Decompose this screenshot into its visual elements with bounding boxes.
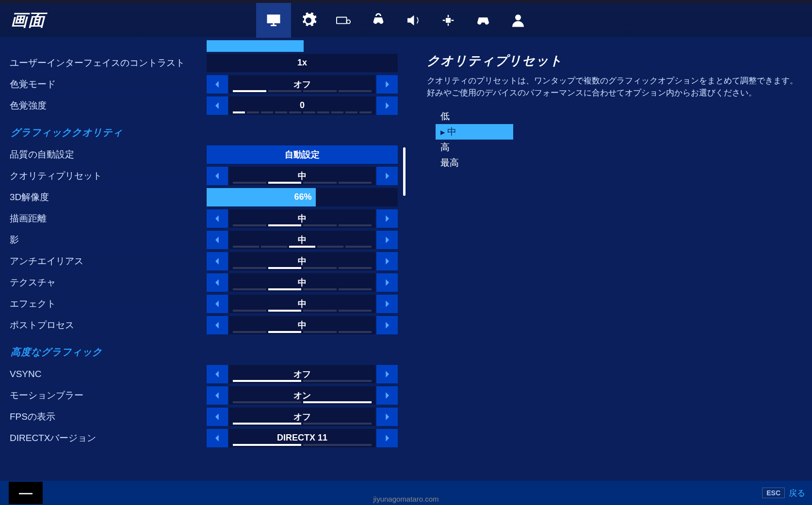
ui-contrast-label: ユーザーインターフェイスのコントラスト [6, 57, 207, 69]
preset-option-epic: 最高 [436, 155, 802, 171]
3d-resolution-slider[interactable]: 66% [207, 188, 398, 206]
info-panel: クオリティプリセット クオリティのプリセットは、ワンタップで複数のグラフィックオ… [407, 38, 812, 481]
preset-option-low: 低 [436, 109, 802, 124]
auto-quality-button[interactable]: 自動設定 [207, 145, 398, 164]
color-intensity-label: 色覚強度 [6, 99, 207, 112]
shadow-label: 影 [6, 234, 207, 246]
postprocess-next[interactable] [376, 316, 398, 334]
preset-option-high: 高 [436, 140, 802, 155]
svg-rect-2 [446, 18, 450, 22]
view-distance-prev[interactable] [207, 209, 228, 228]
scrollbar[interactable] [403, 147, 406, 196]
effect-next[interactable] [376, 295, 398, 313]
effect-value[interactable]: 中 [229, 295, 375, 313]
header: 画面 [0, 3, 812, 38]
view-distance-next[interactable] [376, 209, 398, 228]
watermark: jiyunagomataro.com [373, 495, 438, 503]
svg-point-3 [515, 15, 521, 20]
back-label[interactable]: 戻る [789, 488, 805, 499]
directx-prev[interactable] [207, 429, 228, 447]
tab-accessibility[interactable] [431, 3, 466, 38]
motion-blur-value[interactable]: オン [229, 386, 375, 405]
tab-controller-settings[interactable] [361, 3, 396, 38]
page-title: 画面 [0, 9, 46, 32]
fps-display-label: FPSの表示 [6, 410, 207, 423]
postprocess-value[interactable]: 中 [229, 316, 375, 334]
color-mode-value[interactable]: オフ [229, 75, 375, 94]
info-description: クオリティのプリセットは、ワンタップで複数のグラフィックオプションをまとめて調整… [427, 75, 802, 99]
svg-point-1 [347, 20, 351, 24]
antialias-value[interactable]: 中 [229, 252, 375, 270]
preset-option-medium: 中 [436, 124, 513, 140]
texture-value[interactable]: 中 [229, 273, 375, 292]
tab-game-settings[interactable] [291, 3, 326, 38]
antialias-prev[interactable] [207, 252, 228, 270]
motion-blur-label: モーションブラー [6, 389, 207, 402]
color-mode-prev[interactable] [207, 75, 228, 94]
postprocess-prev[interactable] [207, 316, 228, 334]
info-title: クオリティプリセット [427, 52, 802, 69]
tab-audio[interactable] [396, 3, 431, 38]
effect-prev[interactable] [207, 295, 228, 313]
quality-preset-value[interactable]: 中 [229, 167, 375, 185]
vsync-next[interactable] [376, 365, 398, 383]
quality-preset-label: クオリティプリセット [6, 170, 207, 182]
directx-label: DIRECTXバージョン [6, 432, 207, 444]
fps-display-prev[interactable] [207, 408, 228, 426]
color-intensity-prev[interactable] [207, 96, 228, 115]
shadow-next[interactable] [376, 231, 398, 249]
motion-blur-prev[interactable] [207, 386, 228, 405]
color-intensity-value[interactable]: 0 [229, 96, 375, 115]
effect-label: エフェクト [6, 298, 207, 310]
texture-next[interactable] [376, 273, 398, 292]
tab-controller[interactable] [466, 3, 501, 38]
auto-quality-label: 品質の自動設定 [6, 148, 207, 161]
color-mode-next[interactable] [376, 75, 398, 94]
shadow-value[interactable]: 中 [229, 231, 375, 249]
directx-value[interactable]: DIRECTX 11 [229, 429, 375, 447]
section-advanced-graphics: 高度なグラフィック [6, 336, 402, 363]
shadow-prev[interactable] [207, 231, 228, 249]
tabs [256, 3, 536, 38]
view-distance-value[interactable]: 中 [229, 209, 375, 228]
vsync-value[interactable]: オフ [229, 365, 375, 383]
antialias-next[interactable] [376, 252, 398, 270]
color-intensity-next[interactable] [376, 96, 398, 115]
view-distance-label: 描画距離 [6, 212, 207, 225]
vsync-label: VSYNC [6, 369, 207, 379]
3d-resolution-label: 3D解像度 [6, 191, 207, 204]
footer: — jiyunagomataro.com ESC 戻る [0, 481, 812, 505]
postprocess-label: ポストプロセス [6, 319, 207, 331]
tab-display[interactable] [256, 3, 291, 38]
esc-button[interactable]: ESC [762, 488, 785, 498]
motion-blur-next[interactable] [376, 386, 398, 405]
settings-list: ユーザーインターフェイスのコントラスト 1x 色覚モード オフ 色覚強度 0 グ… [6, 38, 402, 481]
svg-rect-0 [337, 17, 347, 23]
section-graphics-quality: グラフィッククオリティ [6, 116, 402, 144]
texture-prev[interactable] [207, 273, 228, 292]
quality-preset-next[interactable] [376, 167, 398, 185]
vsync-prev[interactable] [207, 365, 228, 383]
antialias-label: アンチエイリアス [6, 255, 207, 268]
ui-contrast-value[interactable]: 1x [207, 54, 398, 72]
preset-options: 低 中 高 最高 [427, 109, 802, 171]
partial-slider-row [6, 38, 402, 52]
fps-display-next[interactable] [376, 408, 398, 426]
directx-next[interactable] [376, 429, 398, 447]
fps-display-value[interactable]: オフ [229, 408, 375, 426]
tab-keyboard-mouse[interactable] [326, 3, 361, 38]
footer-menu-button[interactable]: — [9, 482, 43, 504]
texture-label: テクスチャ [6, 276, 207, 289]
tab-account[interactable] [501, 3, 536, 38]
quality-preset-prev[interactable] [207, 167, 228, 185]
color-mode-label: 色覚モード [6, 78, 207, 91]
